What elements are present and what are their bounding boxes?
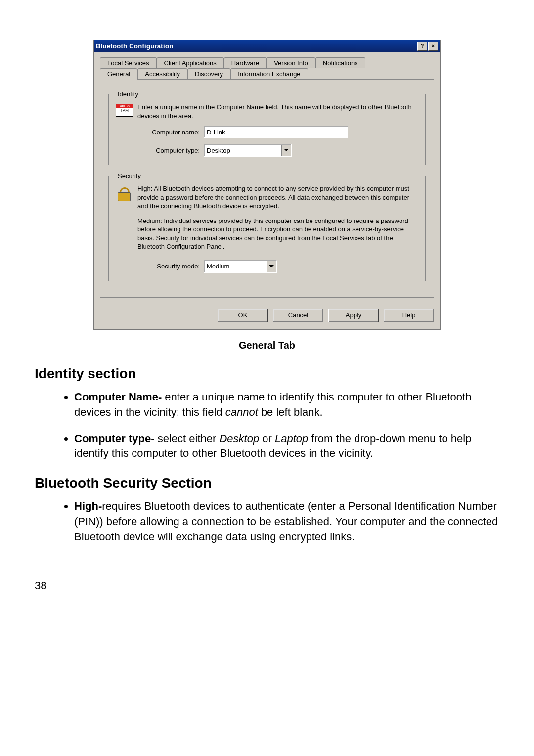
- security-mode-select[interactable]: Medium: [204, 260, 277, 273]
- tab-client-applications[interactable]: Client Applications: [157, 57, 224, 68]
- chevron-down-icon[interactable]: [281, 145, 291, 156]
- chevron-down-icon[interactable]: [267, 261, 276, 272]
- identity-desc: Enter a unique name in the Computer Name…: [137, 103, 418, 120]
- security-high-desc: High: All Bluetooth devices attempting t…: [137, 184, 418, 211]
- security-mode-value: Medium: [207, 263, 229, 270]
- identity-group: Identity I AM Enter a unique name in the…: [108, 90, 426, 165]
- computer-type-value: Desktop: [207, 147, 230, 154]
- tab-row-back: Local Services Client Applications Hardw…: [100, 57, 434, 68]
- titlebar[interactable]: Bluetooth Configuration ? ×: [94, 40, 440, 52]
- list-item: High-requires Bluetooth devices to authe…: [74, 499, 499, 544]
- close-icon[interactable]: ×: [428, 42, 438, 51]
- figure-caption: General Tab: [35, 340, 499, 351]
- nametag-icon: I AM: [116, 104, 134, 117]
- lock-icon: [116, 185, 132, 201]
- computer-name-input[interactable]: D-Link: [204, 126, 348, 138]
- help-button[interactable]: Help: [384, 309, 434, 322]
- tab-discovery[interactable]: Discovery: [187, 68, 230, 79]
- cancel-button[interactable]: Cancel: [273, 309, 323, 322]
- tab-general[interactable]: General: [100, 68, 137, 80]
- security-section-heading: Bluetooth Security Section: [35, 475, 499, 491]
- tab-accessibility[interactable]: Accessibility: [137, 68, 187, 79]
- page-number: 38: [35, 579, 499, 592]
- tab-information-exchange[interactable]: Information Exchange: [230, 68, 308, 79]
- security-mode-label: Security mode:: [116, 263, 204, 270]
- security-group: Security High: All Bluetooth devices att…: [108, 172, 426, 281]
- computer-name-label: Computer name:: [116, 129, 204, 136]
- security-medium-desc: Medium: Individual services provided by …: [137, 217, 418, 251]
- window-title: Bluetooth Configuration: [96, 43, 416, 50]
- computer-type-select[interactable]: Desktop: [204, 144, 292, 157]
- security-bullet-list: High-requires Bluetooth devices to authe…: [35, 499, 499, 544]
- tab-local-services[interactable]: Local Services: [100, 57, 157, 68]
- security-legend: Security: [116, 172, 143, 179]
- tab-row-front: General Accessibility Discovery Informat…: [100, 68, 434, 79]
- dialog-button-bar: OK Cancel Apply Help: [94, 304, 440, 329]
- apply-button[interactable]: Apply: [328, 309, 379, 322]
- identity-bullet-list: Computer Name- enter a unique name to id…: [35, 390, 499, 461]
- list-item: Computer Name- enter a unique name to id…: [74, 390, 499, 420]
- list-item: Computer type- select either Desktop or …: [74, 431, 499, 462]
- tab-body-general: Identity I AM Enter a unique name in the…: [100, 79, 434, 298]
- tab-notifications[interactable]: Notifications: [315, 57, 365, 68]
- identity-section-heading: Identity section: [35, 366, 499, 382]
- bluetooth-config-dialog: Bluetooth Configuration ? × Local Servic…: [93, 40, 441, 330]
- computer-type-label: Computer type:: [116, 147, 204, 154]
- tab-version-info[interactable]: Version Info: [267, 57, 315, 68]
- ok-button[interactable]: OK: [218, 309, 268, 322]
- identity-legend: Identity: [116, 90, 140, 98]
- help-icon[interactable]: ?: [417, 42, 427, 51]
- tab-hardware[interactable]: Hardware: [224, 57, 267, 68]
